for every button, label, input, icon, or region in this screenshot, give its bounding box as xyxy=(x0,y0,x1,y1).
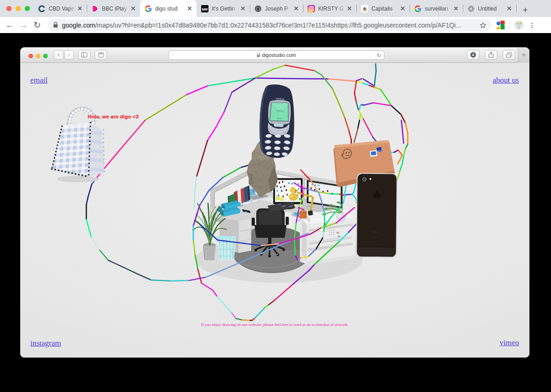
photo-grain-overlay xyxy=(20,63,529,358)
forward-button[interactable]: → xyxy=(17,20,30,30)
crest-coin-icon xyxy=(254,5,262,12)
mac-zoom-button[interactable] xyxy=(25,6,30,11)
tab-capitalis[interactable]: aCapitalis✕ xyxy=(356,0,410,17)
tab-title: Capitalis xyxy=(371,6,399,12)
digostudio-page: email about us instagram vimeo xyxy=(20,63,529,358)
new-tab-button[interactable]: + xyxy=(519,4,532,17)
safari-window-screenshot: ‹ › digostudio.com ↻ + xyxy=(20,47,529,358)
svg-text:a: a xyxy=(363,6,366,11)
safari-refresh-icon: ↻ xyxy=(377,51,381,60)
tab-bbc-iplay[interactable]: BBC iPlay✕ xyxy=(87,0,140,17)
safari-newtab-button: + xyxy=(518,47,529,63)
tab-close-icon[interactable]: ✕ xyxy=(130,6,136,12)
tab-close-icon[interactable]: ✕ xyxy=(346,6,353,12)
tab-close-icon[interactable]: ✕ xyxy=(77,6,83,12)
tab-title: Untitled xyxy=(478,6,506,12)
reload-button[interactable]: ↻ xyxy=(30,20,44,30)
chrome-menu-icon[interactable]: ⋮ xyxy=(529,22,535,29)
back-button[interactable]: ← xyxy=(3,20,17,30)
safari-url-text: digostudio.com xyxy=(262,52,296,58)
toolbar-divider xyxy=(509,21,510,29)
tab-list: CBD Vape✕BBC iPlay✕digo stud✕MRIt's Gett… xyxy=(34,0,532,17)
safari-lock-icon xyxy=(257,53,260,57)
url-text: google.com/maps/uv?hl=en&pb=!1s0x47d8a94… xyxy=(62,22,476,29)
tab-title: digo stud xyxy=(155,6,186,12)
tab-close-icon[interactable]: ✕ xyxy=(453,6,459,12)
safari-share-button xyxy=(485,50,497,60)
instagram-icon xyxy=(308,5,315,12)
tab-separator xyxy=(516,5,517,12)
tab-title: surveillan xyxy=(425,6,453,12)
lock-icon xyxy=(53,22,58,28)
tab-digo-stud[interactable]: digo stud✕ xyxy=(140,0,197,17)
bbc-iplayer-icon xyxy=(91,5,99,12)
chrome-tab-strip: CBD Vape✕BBC iPlay✕digo stud✕MRIt's Gett… xyxy=(0,0,551,17)
google-extension-icon[interactable] xyxy=(496,21,505,29)
tab-title: It's Gettin xyxy=(212,6,240,12)
safari-sidebar-button xyxy=(78,50,90,60)
amazon-a-icon: a xyxy=(361,5,368,12)
tab-close-icon[interactable]: ✕ xyxy=(186,6,193,12)
tab-title: Joseph P xyxy=(265,6,293,12)
safari-toolbar: ‹ › digostudio.com ↻ + xyxy=(20,47,529,63)
address-bar[interactable]: google.com/maps/uv?hl=en&pb=!1s0x47d8a94… xyxy=(48,19,491,31)
mac-minimize-button[interactable] xyxy=(16,6,21,11)
tab-untitled[interactable]: Untitled✕ xyxy=(463,0,516,17)
tab-it-s-gettin[interactable]: MRIt's Gettin✕ xyxy=(197,0,250,17)
artwork-canvas[interactable]: NOKIA NOKIA Menu xyxy=(20,63,529,358)
photo-viewer-background: ‹ › digostudio.com ↻ + xyxy=(0,33,551,392)
tab-title: CBD Vape xyxy=(49,6,77,12)
safari-tabs-button xyxy=(503,50,515,60)
safari-zoom-button xyxy=(43,54,48,58)
safari-close-button xyxy=(28,54,33,58)
cbd-c-icon xyxy=(38,5,45,12)
footer-note: If you enjoy drawing on our website, ple… xyxy=(20,322,529,327)
mac-close-button[interactable] xyxy=(6,6,11,11)
safari-back-button: ‹ xyxy=(54,50,63,60)
safari-minimize-button xyxy=(36,54,40,58)
svg-text:MR: MR xyxy=(202,7,208,11)
chrome-toolbar: ← → ↻ google.com/maps/uv?hl=en&pb=!1s0x4… xyxy=(0,17,551,33)
tab-close-icon[interactable]: ✕ xyxy=(240,6,246,12)
google-g-icon xyxy=(414,5,422,12)
tab-kirsty-g[interactable]: KIRSTY G✕ xyxy=(303,0,356,17)
tab-surveillan[interactable]: surveillan✕ xyxy=(410,0,463,17)
cocktail-glass-icon xyxy=(514,21,523,30)
tab-joseph-p[interactable]: Joseph P✕ xyxy=(250,0,303,17)
safari-forward-button: › xyxy=(64,50,74,60)
tab-title: KIRSTY G xyxy=(318,6,346,12)
gray-pinwheel-icon xyxy=(467,5,475,12)
tab-close-icon[interactable]: ✕ xyxy=(399,6,406,12)
tab-close-icon[interactable]: ✕ xyxy=(506,6,512,12)
safari-address-field: digostudio.com ↻ xyxy=(169,50,384,60)
profile-avatar[interactable] xyxy=(514,21,523,30)
tab-title: BBC iPlay xyxy=(102,6,130,12)
bookmark-star-icon[interactable] xyxy=(479,22,487,29)
safari-topsites-button xyxy=(95,50,107,60)
hola-text: Hola, we are digo <3 xyxy=(88,114,139,119)
safari-downloads-button xyxy=(467,50,479,60)
mr-black-icon: MR xyxy=(201,5,208,12)
tab-close-icon[interactable]: ✕ xyxy=(293,6,299,12)
google-g-icon xyxy=(145,5,152,12)
tab-cbd-vape[interactable]: CBD Vape✕ xyxy=(34,0,87,17)
